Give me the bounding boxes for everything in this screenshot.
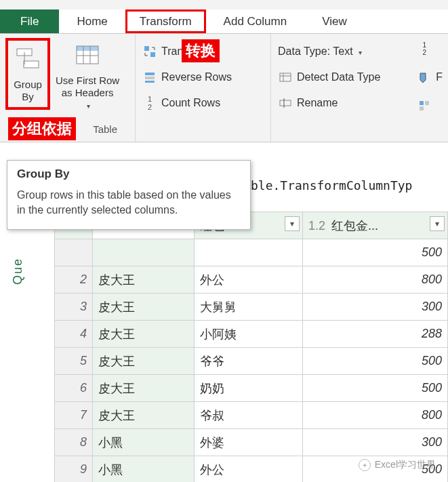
cell-name[interactable]: 皮大王 [93, 266, 195, 294]
cell-relation[interactable]: 外公 [195, 266, 303, 294]
pivot-button[interactable] [414, 95, 445, 117]
tab-transform[interactable]: Transform [125, 9, 206, 33]
cell-relation[interactable]: 外公 [195, 456, 303, 483]
fill-icon [417, 70, 432, 85]
cell-name[interactable]: 皮大王 [93, 402, 195, 429]
rename-label: Rename [297, 97, 338, 109]
dropdown-arrow-icon [85, 99, 90, 111]
row-number[interactable]: 5 [55, 348, 93, 375]
table-row[interactable]: 2皮大王外公800 [55, 266, 448, 294]
column-header-amount[interactable]: 1.2 红包金... ▾ [303, 212, 448, 239]
svg-rect-1 [24, 61, 39, 68]
table-row[interactable]: 5皮大王爷爷500 [55, 348, 448, 375]
transpose-icon [142, 44, 157, 59]
replace-icon: 12 [417, 41, 432, 56]
ribbon-group-table-label: Table [93, 123, 117, 135]
partial-label: F [436, 71, 443, 83]
tab-view[interactable]: View [304, 9, 365, 33]
row-number[interactable]: 7 [55, 402, 93, 429]
svg-rect-8 [150, 52, 155, 57]
cell-name[interactable]: 皮大王 [93, 321, 195, 348]
cell-relation[interactable]: 爷爷 [195, 348, 303, 375]
pivot-icon [417, 98, 432, 113]
column-dropdown-icon[interactable]: ▾ [285, 216, 300, 231]
count-rows-label: Count Rows [161, 97, 220, 109]
svg-rect-10 [145, 77, 155, 79]
group-by-tooltip: Group By Group rows in this table based … [7, 160, 251, 230]
reverse-rows-label: Reverse Rows [161, 71, 232, 83]
count-rows-button[interactable]: 12 Count Rows [140, 92, 266, 114]
count-rows-icon: 12 [142, 96, 157, 111]
fill-button[interactable]: F [414, 66, 445, 88]
use-first-row-label: Use First Row as Headers [56, 75, 119, 99]
row-number[interactable]: 4 [55, 321, 93, 348]
cell-name[interactable]: 皮大王 [93, 348, 195, 375]
detect-label: Detect Data Type [297, 71, 380, 83]
data-type-label: Data Type: Text [278, 45, 353, 58]
tooltip-body: Group rows in this table based on the va… [17, 188, 241, 217]
annotation-transform-cn: 转换 [182, 39, 220, 62]
table-headers-icon [72, 39, 103, 71]
tab-file[interactable]: File [0, 9, 59, 33]
watermark: ✦ Excel学习世界 [359, 459, 436, 471]
table-row[interactable]: 3皮大王大舅舅300 [55, 294, 448, 321]
ribbon-body: Group By Use First Row as Headers 分组依据 T… [0, 34, 448, 142]
svg-rect-11 [145, 81, 155, 83]
table-row[interactable]: 6皮大王奶奶500 [55, 375, 448, 402]
cell-amount[interactable]: 500 [303, 348, 448, 375]
tab-home[interactable]: Home [59, 9, 125, 33]
tooltip-title: Group By [17, 167, 241, 181]
group-by-icon [12, 43, 43, 75]
table-row[interactable]: 4皮大王小阿姨288 [55, 321, 448, 348]
svg-rect-18 [425, 101, 429, 105]
row-number[interactable]: 8 [55, 429, 93, 456]
replace-values-button[interactable]: 12 [414, 38, 445, 60]
cell-relation[interactable]: 外婆 [195, 429, 303, 456]
reverse-rows-icon [142, 70, 157, 85]
svg-rect-7 [144, 46, 149, 51]
cell-relation[interactable]: 奶奶 [195, 375, 303, 402]
cell-relation[interactable]: 大舅舅 [195, 294, 303, 321]
svg-rect-9 [145, 73, 155, 75]
cell-name[interactable]: 小黑 [93, 429, 195, 456]
dropdown-arrow-icon [357, 45, 362, 58]
cell-amount[interactable]: 288 [303, 321, 448, 348]
use-first-row-button[interactable]: Use First Row as Headers [52, 37, 123, 111]
cell-amount[interactable]: 300 [303, 294, 448, 321]
svg-rect-17 [420, 101, 424, 105]
detect-icon [278, 70, 293, 85]
svg-rect-3 [77, 46, 98, 51]
cell-relation[interactable]: 爷叔 [195, 402, 303, 429]
row-number[interactable]: 9 [55, 456, 93, 483]
table-row[interactable]: 7皮大王爷叔800 [55, 402, 448, 429]
group-by-button[interactable]: Group By [5, 38, 50, 110]
rename-icon [278, 96, 293, 111]
cell-amount[interactable]: 800 [303, 402, 448, 429]
table-row[interactable]: 500 [55, 239, 448, 266]
reverse-rows-button[interactable]: Reverse Rows [140, 66, 266, 88]
table-row[interactable]: 8小黑外婆300 [55, 429, 448, 456]
ribbon-tabs: File Home Transform Add Column View [0, 9, 448, 34]
cell-name[interactable]: 皮大王 [93, 375, 195, 402]
annotation-groupby-cn: 分组依据 [8, 117, 76, 140]
row-number[interactable]: 6 [55, 375, 93, 402]
data-grid[interactable]: 红包... ▾ 1.2 红包金... ▾ 500 2皮大王外公8003皮大王大舅… [54, 212, 448, 482]
cell-name[interactable]: 小黑 [93, 456, 195, 483]
cell-name[interactable]: 皮大王 [93, 294, 195, 321]
row-number[interactable]: 3 [55, 294, 93, 321]
tab-addcolumn[interactable]: Add Column [206, 9, 305, 33]
formula-bar[interactable]: ble.TransformColumnTyp [251, 178, 448, 199]
svg-rect-19 [420, 106, 424, 111]
svg-rect-12 [280, 73, 291, 81]
wechat-icon: ✦ [359, 459, 371, 471]
data-grid-area: 红包... ▾ 1.2 红包金... ▾ 500 2皮大王外公8003皮大王大舅… [54, 212, 448, 482]
cell-amount[interactable]: 500 [303, 375, 448, 402]
svg-rect-15 [280, 100, 291, 106]
cell-relation[interactable]: 小阿姨 [195, 321, 303, 348]
group-by-label: Group By [14, 79, 42, 103]
cell-amount[interactable]: 800 [303, 266, 448, 294]
row-number[interactable]: 2 [55, 266, 93, 294]
column-dropdown-icon[interactable]: ▾ [430, 216, 445, 231]
cell-amount[interactable]: 300 [303, 429, 448, 456]
queries-pane-collapsed[interactable]: Que [11, 258, 25, 285]
